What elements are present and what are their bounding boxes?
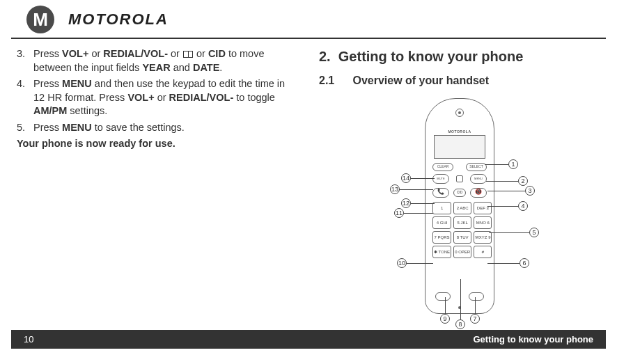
key: 7 PQRS <box>432 231 451 244</box>
heading-number: 2. <box>319 49 331 64</box>
nav-right-button: MENU <box>470 174 487 184</box>
end-button-icon: 📵 <box>470 188 487 198</box>
handset-area: MOTOROLA CLEAR SELECT MUTE MENU 📞 <box>362 98 557 335</box>
softkey-left: CLEAR <box>432 163 453 171</box>
softkey-row: CLEAR SELECT <box>432 163 487 171</box>
callout-lead <box>485 164 508 165</box>
callout-lead <box>487 191 525 191</box>
section-heading: 2. Getting to know your phone <box>319 47 600 66</box>
instruction-item: 4. Press MENU and then use the keypad to… <box>17 77 298 118</box>
instruction-item: 3. Press VOL+ or REDIAL/VOL- or or CID t… <box>17 47 298 74</box>
handset-screen <box>434 135 485 159</box>
callout-lead <box>486 181 518 182</box>
subsection-heading: 2.1 Overview of your handset <box>319 73 600 88</box>
callout-lead <box>411 178 435 179</box>
cid-button: CID <box>453 189 466 197</box>
callout-3: 3 <box>525 186 535 196</box>
callout-13: 13 <box>390 184 400 194</box>
instruction-list: 3. Press VOL+ or REDIAL/VOL- or or CID t… <box>17 47 298 134</box>
callout-lead <box>404 213 433 214</box>
callout-11: 11 <box>394 208 404 218</box>
instruction-text: Press VOL+ or REDIAL/VOL- or or CID to m… <box>33 48 264 73</box>
key: 8 TUV <box>453 231 471 244</box>
ready-text: Your phone is now ready for use. <box>17 137 298 151</box>
content-columns: 3. Press VOL+ or REDIAL/VOL- or or CID t… <box>0 39 617 335</box>
handset-outline: MOTOROLA CLEAR SELECT MUTE MENU 📞 <box>425 98 494 314</box>
handset-brand-label: MOTOROLA <box>425 129 494 134</box>
key: MNO 6 <box>474 216 492 229</box>
key: 0 OPER <box>453 246 471 258</box>
callout-5: 5 <box>529 228 539 237</box>
key: 4 GHI <box>432 216 451 229</box>
callout-10: 10 <box>397 258 407 268</box>
callout-14: 14 <box>401 173 411 183</box>
callout-lead <box>460 279 461 319</box>
page-header: M MOTOROLA <box>11 0 606 39</box>
callout-12: 12 <box>401 198 411 208</box>
key: 5 JKL <box>453 216 471 229</box>
instruction-text: Press MENU and then use the keypad to ed… <box>33 78 285 116</box>
phonebook-icon <box>183 51 193 58</box>
key: 2 ABC <box>453 202 471 214</box>
callout-lead <box>487 263 520 264</box>
callout-lead <box>487 206 518 207</box>
keypad: 1 2 ABC DEF 3 4 GHI 5 JKL MNO 6 7 PQRS 8… <box>432 202 487 258</box>
key: 1 <box>432 202 451 214</box>
instruction-item: 5. Press MENU to save the settings. <box>17 121 298 135</box>
page-footer: 10 Getting to know your phone <box>11 330 606 349</box>
item-number: 4. <box>17 77 25 91</box>
callout-2: 2 <box>518 176 528 186</box>
earpiece-icon <box>455 109 464 117</box>
talk-button-icon: 📞 <box>432 188 449 198</box>
item-number: 3. <box>17 47 25 61</box>
brand-wordmark: MOTOROLA <box>68 10 169 29</box>
key: DEF 3 <box>474 202 492 214</box>
handset-diagram: MOTOROLA CLEAR SELECT MUTE MENU 📞 <box>319 98 600 335</box>
callout-7: 7 <box>470 314 480 324</box>
item-number: 5. <box>17 121 25 135</box>
callout-lead <box>489 232 529 233</box>
callout-1: 1 <box>508 159 518 169</box>
bottom-right-button <box>469 292 484 301</box>
bottom-left-button <box>435 292 451 301</box>
heading-text: Getting to know your phone <box>338 49 524 64</box>
callout-lead <box>411 203 435 204</box>
motorola-logo-icon: M <box>26 6 54 33</box>
instruction-text: Press MENU to save the settings. <box>33 122 185 133</box>
key: # <box>474 246 492 258</box>
nav-row: MUTE MENU <box>432 174 487 184</box>
footer-section-title: Getting to know your phone <box>473 334 593 345</box>
page-number: 10 <box>24 334 33 345</box>
softkey-right: SELECT <box>466 163 487 171</box>
callout-4: 4 <box>518 201 528 211</box>
callout-lead <box>445 297 446 314</box>
callout-lead <box>400 189 433 190</box>
callout-8: 8 <box>455 319 465 329</box>
callout-lead <box>407 263 433 264</box>
nav-center-button <box>456 175 463 182</box>
left-column: 3. Press VOL+ or REDIAL/VOL- or or CID t… <box>17 47 298 335</box>
call-row: 📞 CID 📵 <box>432 188 487 198</box>
bottom-button-row <box>435 292 484 301</box>
subheading-number: 2.1 <box>319 73 350 88</box>
right-column: 2. Getting to know your phone 2.1 Overvi… <box>319 47 600 335</box>
subheading-text: Overview of your handset <box>352 74 489 86</box>
callout-lead <box>475 297 476 314</box>
callout-9: 9 <box>440 314 450 324</box>
callout-6: 6 <box>520 258 529 268</box>
nav-left-button: MUTE <box>432 174 449 184</box>
key: ✱ TONE <box>432 246 451 258</box>
